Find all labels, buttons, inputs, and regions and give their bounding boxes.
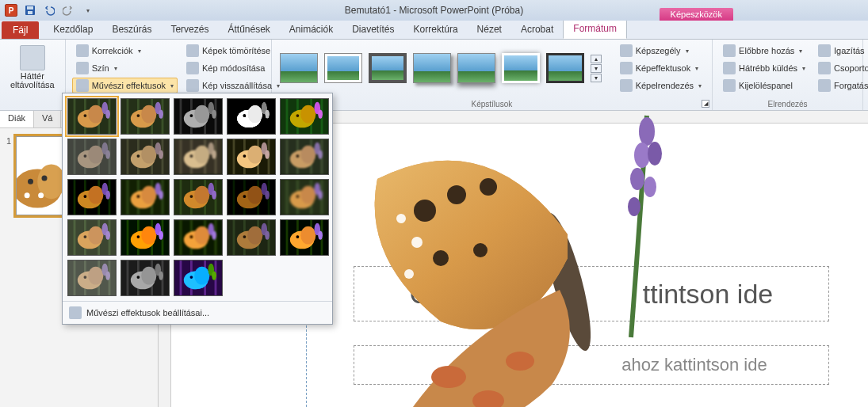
tab-file[interactable]: Fájl <box>2 21 39 39</box>
artistic-effect-thumb[interactable] <box>120 139 170 175</box>
reset-label: Kép visszaállítása <box>202 81 272 90</box>
artistic-effect-thumb[interactable] <box>67 139 117 175</box>
bring-fwd-label: Előbbre hozás <box>739 46 794 55</box>
svg-point-111 <box>194 146 209 164</box>
svg-point-5 <box>28 179 33 184</box>
tab-format[interactable]: Formátum <box>563 19 627 39</box>
color-button[interactable]: Szín▾ <box>72 60 178 76</box>
svg-point-35 <box>83 114 86 117</box>
svg-point-166 <box>194 186 209 204</box>
selection-pane-button[interactable]: Kijelöléspanel <box>719 78 809 93</box>
picture-layout-button[interactable]: Képelrendezés▾ <box>616 78 705 93</box>
app-menu-button[interactable]: P <box>3 2 19 18</box>
tab-acrobat[interactable]: Acrobat <box>511 21 563 39</box>
change-picture-button[interactable]: Kép módosítása <box>182 60 284 76</box>
artistic-effect-thumb[interactable] <box>120 98 170 135</box>
tab-design[interactable]: Tervezés <box>161 21 218 39</box>
svg-point-24 <box>431 366 466 388</box>
artistic-effect-thumb[interactable] <box>120 219 170 256</box>
svg-point-213 <box>159 230 163 239</box>
artistic-effect-thumb[interactable] <box>120 260 170 296</box>
artistic-effect-thumb[interactable] <box>280 139 329 175</box>
artistic-effect-thumb[interactable] <box>67 98 117 135</box>
artistic-effect-thumb[interactable] <box>280 179 329 215</box>
remove-background-button[interactable]: Háttéreltávolítása <box>6 43 59 92</box>
qat-customize-button[interactable]: ▾ <box>79 2 95 18</box>
align-button[interactable]: Igazítás▾ <box>814 43 868 59</box>
artistic-effect-thumb[interactable] <box>120 179 170 215</box>
selection-pane-icon <box>723 79 736 92</box>
artistic-effect-thumb[interactable] <box>227 179 276 215</box>
tab-slideshow[interactable]: Diavetítés <box>342 21 403 39</box>
svg-point-67 <box>247 105 262 124</box>
svg-point-180 <box>265 190 270 199</box>
thumb-tab-outline[interactable]: Vá <box>34 111 61 127</box>
artistic-effect-thumb[interactable] <box>174 139 223 175</box>
artistic-effect-thumb[interactable] <box>67 179 117 215</box>
svg-point-103 <box>159 150 163 158</box>
artistic-options-label: Művészi effektusok beállításai... <box>86 308 209 318</box>
artistic-effect-thumb[interactable] <box>174 179 223 215</box>
svg-point-277 <box>189 276 193 279</box>
group-arrange: Előbbre hozás▾ Hátrébb küldés▾ Kijelölés… <box>713 40 863 110</box>
undo-button[interactable] <box>41 2 57 18</box>
picture-effects-button[interactable]: Képeffektusok▾ <box>616 60 705 76</box>
artistic-effect-thumb[interactable] <box>227 219 276 256</box>
tab-home[interactable]: Kezdőlap <box>44 21 102 39</box>
ribbon-tabs: Fájl Kezdőlap Beszúrás Tervezés Áttűnése… <box>0 21 868 40</box>
group-label-arrange: Elrendezés <box>719 98 856 108</box>
border-icon <box>620 44 633 57</box>
style-thumb[interactable] <box>413 53 451 83</box>
artistic-effect-thumb[interactable] <box>174 98 223 135</box>
tab-view[interactable]: Nézet <box>468 21 511 39</box>
picture-styles-gallery[interactable]: ▴▾▾ <box>278 51 603 85</box>
send-backward-button[interactable]: Hátrébb küldés▾ <box>719 60 809 76</box>
compress-pictures-button[interactable]: Képek tömörítése <box>182 43 284 59</box>
picture-border-button[interactable]: Képszegély▾ <box>616 43 705 59</box>
tab-transitions[interactable]: Áttűnések <box>218 21 279 39</box>
svg-point-244 <box>296 235 299 238</box>
thumb-tab-slides[interactable]: Diák <box>0 111 34 127</box>
group-button[interactable]: Csoportok▾ <box>814 60 868 76</box>
svg-point-210 <box>141 226 156 245</box>
redo-button[interactable] <box>60 2 76 18</box>
artistic-effect-thumb[interactable] <box>280 98 329 135</box>
artistic-effects-button[interactable]: Művészi effektusok▾ <box>72 78 178 93</box>
styles-dialog-launcher[interactable]: ◢ <box>702 100 709 108</box>
style-thumb[interactable] <box>457 53 495 83</box>
artistic-effects-options[interactable]: Művészi effektusok beállításai... <box>63 301 332 324</box>
style-thumb[interactable] <box>369 53 407 83</box>
tab-review[interactable]: Korrektúra <box>404 21 468 39</box>
artistic-effect-thumb[interactable] <box>174 260 223 296</box>
style-thumb[interactable] <box>324 53 362 83</box>
svg-point-147 <box>105 190 110 199</box>
tab-insert[interactable]: Beszúrás <box>102 21 161 39</box>
rotate-button[interactable]: Forgatás▾ <box>814 78 868 93</box>
svg-point-20 <box>473 243 488 257</box>
style-thumb[interactable] <box>280 53 318 83</box>
gallery-scroll[interactable]: ▴▾▾ <box>591 55 602 82</box>
butterfly-image[interactable] <box>330 111 742 407</box>
style-thumb[interactable] <box>502 53 540 83</box>
artistic-effect-thumb[interactable] <box>227 98 276 135</box>
artistic-effect-thumb[interactable] <box>174 219 223 256</box>
svg-point-257 <box>105 271 110 280</box>
group-adjust-bg: Háttéreltávolítása <box>0 40 66 110</box>
svg-point-167 <box>189 195 193 198</box>
style-thumb[interactable] <box>546 53 584 83</box>
svg-point-19 <box>433 250 449 266</box>
reset-picture-button[interactable]: Kép visszaállítása▾ <box>182 78 284 93</box>
save-button[interactable] <box>22 2 38 18</box>
tab-animations[interactable]: Animációk <box>280 21 342 39</box>
bring-forward-button[interactable]: Előbbre hozás▾ <box>719 43 809 59</box>
svg-point-188 <box>300 186 315 204</box>
artistic-effect-thumb[interactable] <box>227 139 276 175</box>
corrections-button[interactable]: Korrekciók▾ <box>72 43 178 59</box>
svg-point-125 <box>265 150 270 158</box>
artistic-effect-thumb[interactable] <box>67 219 117 256</box>
artistic-label: Művészi effektusok <box>92 81 166 90</box>
svg-point-78 <box>300 105 315 124</box>
svg-point-178 <box>243 195 246 198</box>
artistic-effect-thumb[interactable] <box>280 219 329 256</box>
artistic-effect-thumb[interactable] <box>67 260 117 296</box>
